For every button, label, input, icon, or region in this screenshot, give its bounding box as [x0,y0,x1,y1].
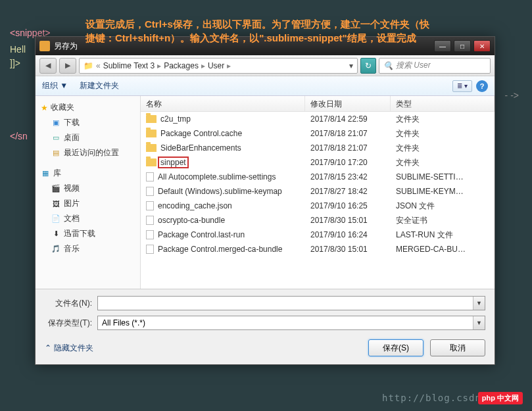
col-name[interactable]: 名称 [141,96,305,111]
table-row[interactable]: Default (Windows).sublime-keymap2017/8/2… [141,184,495,199]
save-as-dialog: 另存为 — □ ✕ ◀ ▶ 📁 « Sublime Text 3▸ Packag… [35,36,495,365]
breadcrumb-seg[interactable]: User [208,61,224,70]
table-row[interactable]: c2u_tmp2017/8/14 22:59文件夹 [141,112,495,126]
breadcrumb[interactable]: 📁 « Sublime Text 3▸ Packages▸ User▸ ▾ [79,58,358,74]
filetype-select[interactable]: All Files (*.*)▼ [97,316,485,330]
chevron-down-icon[interactable]: ▼ [473,316,485,329]
code-comment: - -> [505,89,519,103]
table-row[interactable]: Package Control.last-run2017/9/10 16:24L… [141,228,495,242]
table-row[interactable]: Package Control.cache2017/8/18 21:07文件夹 [141,126,495,141]
chevron-down-icon[interactable]: ▼ [473,297,485,310]
search-input[interactable]: 🔍 搜索 User [379,58,491,74]
app-icon [39,41,50,51]
col-date[interactable]: 修改日期 [305,96,391,111]
table-row[interactable]: oscrypto-ca-bundle2017/8/30 15:01安全证书 [141,213,495,228]
breadcrumb-seg[interactable]: Sublime Text 3 [103,61,155,70]
code-tag: </sn [10,131,28,141]
annotation-text: 设置完成后，Ctrl+s保存，出现以下界面。为了管理方便，建立一个文件夹（快 捷… [85,17,525,45]
save-button[interactable]: 保存(S) [368,339,423,356]
organize-menu[interactable]: 组织 ▼ [42,80,68,91]
sidebar-group-libraries[interactable]: ▦库 [36,166,140,181]
back-button[interactable]: ◀ [39,58,57,74]
column-headers: 名称 修改日期 类型 [141,96,495,112]
help-icon[interactable]: ? [476,80,488,92]
code-text: Hell [10,44,26,55]
sidebar-item-pictures[interactable]: 🖼图片 [36,196,140,211]
dialog-bottom: 文件名(N): ▼ 保存类型(T): All Files (*.*)▼ ⌃隐藏文… [36,289,495,364]
cancel-button[interactable]: 取消 [430,339,485,356]
breadcrumb-seg[interactable]: Packages [164,61,199,70]
col-type[interactable]: 类型 [391,96,495,111]
code-text: ]]> [10,58,20,68]
toolbar: 组织 ▼ 新建文件夹 ≣ ▾ ? [36,76,495,96]
table-row[interactable]: Package Control.merged-ca-bundle2017/8/3… [141,242,495,256]
sidebar: ★收藏夹 ▣下载 ▭桌面 ▤最近访问的位置 ▦库 🎬视频 🖼图片 📄文档 ⬇迅雷… [36,96,141,289]
sidebar-item-desktop[interactable]: ▭桌面 [36,130,140,145]
sidebar-item-recent[interactable]: ▤最近访问的位置 [36,145,140,160]
sidebar-item-documents[interactable]: 📄文档 [36,211,140,226]
refresh-button[interactable]: ↻ [360,58,376,74]
chevron-up-icon: ⌃ [45,343,51,352]
sidebar-group-favorites[interactable]: ★收藏夹 [36,100,140,115]
table-row[interactable]: sinppet2017/9/10 17:20文件夹 [141,155,495,170]
table-row[interactable]: SideBarEnhancements2017/8/18 21:07文件夹 [141,141,495,155]
filename-label: 文件名(N): [45,298,97,309]
hide-folders-toggle[interactable]: ⌃隐藏文件夹 [45,343,93,354]
filetype-label: 保存类型(T): [45,318,97,329]
table-row[interactable]: All Autocomplete.sublime-settings2017/8/… [141,170,495,184]
phpcn-badge: php 中文网 [478,392,523,404]
view-mode-button[interactable]: ≣ ▾ [452,80,472,92]
forward-button[interactable]: ▶ [59,58,76,74]
new-folder-button[interactable]: 新建文件夹 [80,80,119,91]
sidebar-item-thunder[interactable]: ⬇迅雷下载 [36,226,140,241]
sidebar-item-music[interactable]: 🎵音乐 [36,241,140,256]
sidebar-item-videos[interactable]: 🎬视频 [36,181,140,196]
dialog-title: 另存为 [54,41,78,52]
table-row[interactable]: encoding_cache.json2017/9/10 16:25JSON 文… [141,199,495,213]
file-list-pane: 名称 修改日期 类型 c2u_tmp2017/8/14 22:59文件夹Pack… [141,96,495,289]
file-rows: c2u_tmp2017/8/14 22:59文件夹Package Control… [141,112,495,289]
sidebar-item-downloads[interactable]: ▣下载 [36,115,140,130]
filename-input[interactable]: ▼ [97,296,485,310]
navigation-bar: ◀ ▶ 📁 « Sublime Text 3▸ Packages▸ User▸ … [36,55,495,76]
